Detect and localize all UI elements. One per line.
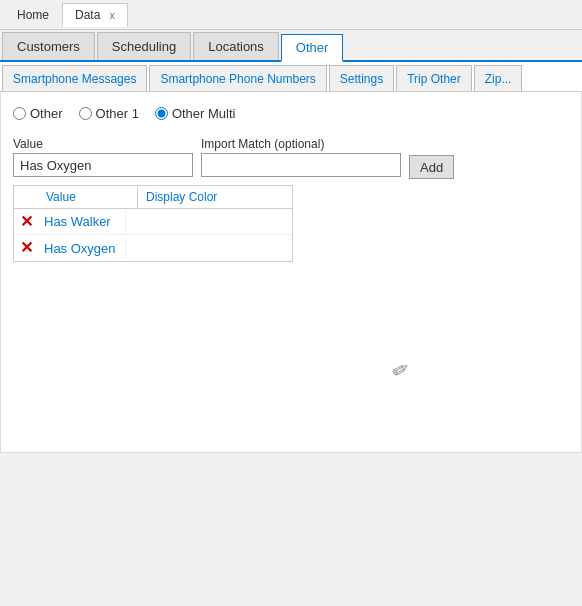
radio-other-multi[interactable]	[155, 107, 168, 120]
column-header-display-color: Display Color	[138, 186, 292, 208]
radio-other[interactable]	[13, 107, 26, 120]
value-input[interactable]	[13, 153, 193, 177]
sub-tab-trip-other[interactable]: Trip Other	[396, 65, 472, 91]
sub-tab-smartphone-phone-numbers[interactable]: Smartphone Phone Numbers	[149, 65, 326, 91]
close-tab-button[interactable]: x	[110, 10, 115, 21]
sub-tabs: Smartphone Messages Smartphone Phone Num…	[0, 62, 582, 92]
import-match-input[interactable]	[201, 153, 401, 177]
delete-icon: ✕	[20, 214, 33, 230]
value-label: Value	[13, 137, 193, 151]
nav-tab-other[interactable]: Other	[281, 34, 344, 62]
column-header-value: Value	[38, 186, 138, 208]
radio-other1[interactable]	[79, 107, 92, 120]
title-tab-data[interactable]: Data x	[62, 3, 128, 27]
canvas-area: ✏	[13, 262, 569, 442]
add-button[interactable]: Add	[409, 155, 454, 179]
table-row: ✕ Has Walker	[14, 209, 292, 235]
content-area: Other Other 1 Other Multi Value Import M…	[0, 92, 582, 453]
title-tab-home[interactable]: Home	[4, 3, 62, 27]
data-table: Value Display Color ✕ Has Walker ✕ Has O…	[13, 185, 293, 262]
nav-tab-locations[interactable]: Locations	[193, 32, 279, 60]
radio-option-other1[interactable]: Other 1	[79, 106, 139, 121]
import-match-form-group: Import Match (optional)	[201, 137, 401, 177]
table-cell-color-1	[126, 219, 292, 225]
radio-option-other-multi[interactable]: Other Multi	[155, 106, 236, 121]
nav-tab-scheduling[interactable]: Scheduling	[97, 32, 191, 60]
form-row: Value Import Match (optional) Add	[13, 137, 569, 179]
sub-tab-smartphone-messages[interactable]: Smartphone Messages	[2, 65, 147, 91]
delete-icon: ✕	[20, 240, 33, 256]
delete-row-1-button[interactable]: ✕	[14, 214, 38, 230]
sub-tab-zip[interactable]: Zip...	[474, 65, 523, 91]
main-nav-tabs: Customers Scheduling Locations Other	[0, 30, 582, 62]
table-cell-color-2	[126, 245, 292, 251]
import-match-label: Import Match (optional)	[201, 137, 401, 151]
delete-row-2-button[interactable]: ✕	[14, 240, 38, 256]
table-cell-value-2: Has Oxygen	[38, 238, 126, 259]
pencil-icon: ✏	[387, 355, 414, 384]
title-bar: Home Data x	[0, 0, 582, 30]
radio-option-other[interactable]: Other	[13, 106, 63, 121]
value-form-group: Value	[13, 137, 193, 177]
sub-tab-settings[interactable]: Settings	[329, 65, 394, 91]
table-cell-value-1: Has Walker	[38, 211, 126, 232]
nav-tab-customers[interactable]: Customers	[2, 32, 95, 60]
table-row: ✕ Has Oxygen	[14, 235, 292, 261]
table-header: Value Display Color	[14, 186, 292, 209]
radio-group-other-type: Other Other 1 Other Multi	[13, 102, 569, 125]
